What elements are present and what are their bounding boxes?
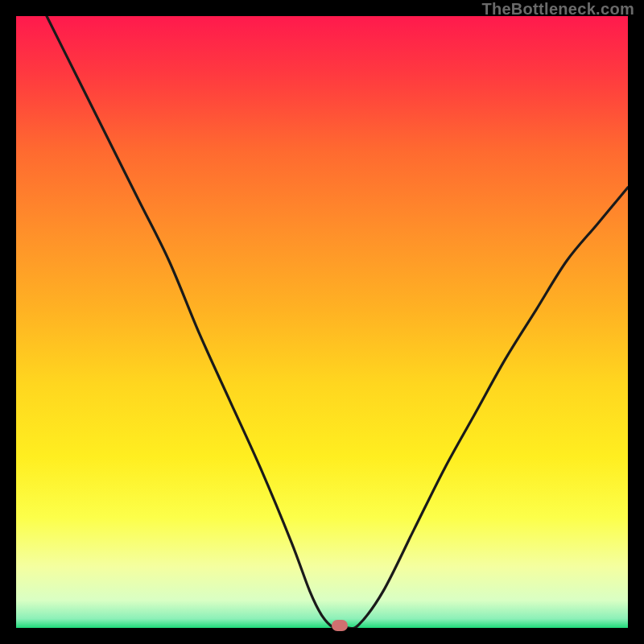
- optimal-point-marker: [332, 620, 348, 631]
- bottleneck-curve: [16, 16, 628, 628]
- watermark-label: TheBottleneck.com: [481, 0, 634, 19]
- curve-path: [47, 16, 628, 628]
- chart-plot-area: [16, 16, 628, 628]
